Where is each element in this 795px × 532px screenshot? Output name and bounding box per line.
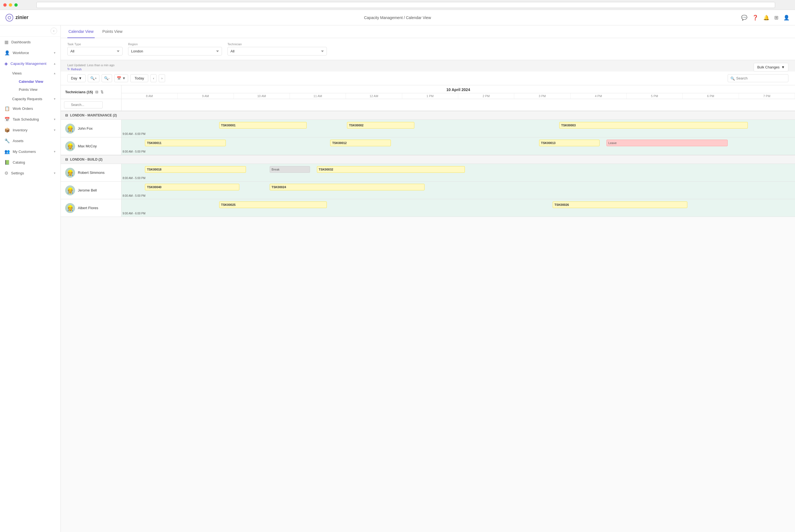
task-block[interactable]: TSK00032 [317, 166, 465, 173]
today-button[interactable]: Today [130, 74, 148, 82]
task-block[interactable]: TSK00040 [145, 184, 239, 190]
task-type-select[interactable]: All [67, 47, 123, 55]
region-select[interactable]: London [128, 47, 222, 55]
filter-icon[interactable]: ⊟ [95, 90, 98, 94]
sidebar-item-workforce[interactable]: 👤 Workforce ▼ [0, 48, 60, 58]
sidebar-item-dashboards[interactable]: ▦ Dashboards [0, 37, 60, 48]
sidebar-item-inventory[interactable]: 📦 Inventory ▼ [0, 125, 60, 135]
sidebar-item-points-view[interactable]: Points View [17, 86, 60, 94]
refresh-label: Refresh [71, 68, 82, 71]
tech-search-wrap: 🔍 [64, 101, 103, 109]
task-scheduling-icon: 📅 [4, 117, 10, 122]
task-block[interactable]: TSK00024 [270, 184, 425, 190]
url-bar[interactable] [36, 2, 775, 8]
logo-text: zinier [16, 15, 29, 20]
calendar-search-input[interactable] [728, 74, 788, 82]
group-row: ⊟ LONDON - MAINTENANCE (2) [61, 111, 795, 120]
avatar: 👷 [65, 168, 75, 178]
task-block[interactable]: TSK00001 [219, 122, 307, 129]
task-block[interactable]: Break [270, 166, 310, 173]
tech-row-right: 9:00 AM - 6:00 PMTSK00025TSK00026 [122, 199, 795, 217]
logo[interactable]: zinier [5, 14, 29, 21]
time-slot: 7 PM [739, 93, 795, 99]
avatar: 👷 [65, 186, 75, 195]
capacity-sub-menu: Views ▲ Calendar View Points View Capaci… [0, 69, 60, 103]
main-layout: ‹ ▦ Dashboards 👤 Workforce ▼ ◈ Capacity … [0, 25, 795, 532]
group-collapse-icon[interactable]: ⊟ [65, 157, 68, 162]
sidebar-item-catalog[interactable]: 📗 Catalog [0, 157, 60, 168]
zoom-out-button[interactable]: 🔍- [101, 74, 112, 82]
task-block[interactable]: TSK00012 [330, 140, 391, 146]
tech-row-right: 9:00 AM - 6:00 PMTSK00001TSK00002TSK0000… [122, 120, 795, 137]
help-icon[interactable]: ❓ [752, 15, 758, 21]
region-filter-group: Region London [128, 42, 222, 55]
sidebar-item-capacity-requests[interactable]: Capacity Requests ▼ [12, 95, 60, 103]
avatar: 👷 [65, 124, 75, 134]
tech-row-left: 👷 Robert Simmons [61, 164, 122, 182]
sidebar-item-settings[interactable]: ⚙ Settings ▼ [0, 168, 60, 178]
tab-points-view[interactable]: Points View [101, 25, 124, 38]
sidebar-label-work-orders: Work Orders [13, 107, 33, 111]
apps-icon[interactable]: ⊞ [774, 15, 778, 21]
catalog-icon: 📗 [4, 160, 10, 165]
sidebar-label-assets: Assets [13, 139, 23, 143]
task-block[interactable]: TSK00011 [145, 140, 226, 146]
filters-bar: Task Type All Region London Technician A… [61, 38, 795, 60]
task-block[interactable]: TSK00025 [219, 202, 327, 208]
bulk-changes-button[interactable]: Bulk Changes ▼ [754, 63, 788, 72]
bulk-changes-chevron: ▼ [781, 65, 785, 69]
sidebar-item-my-customers[interactable]: 👥 My Customers ▼ [0, 146, 60, 157]
settings-chevron: ▼ [53, 172, 56, 175]
sidebar-item-capacity[interactable]: ◈ Capacity Management ▲ [0, 58, 60, 69]
task-block[interactable]: TSK00002 [347, 122, 414, 129]
group-collapse-icon[interactable]: ⊟ [65, 113, 68, 117]
zoom-in-button[interactable]: 🔍+ [88, 74, 99, 82]
technician-select[interactable]: All [227, 47, 327, 55]
close-button[interactable] [3, 3, 7, 7]
tech-row-left: 👷 Jerome Bell [61, 182, 122, 199]
sidebar-item-views[interactable]: Views ▲ [12, 69, 60, 78]
chat-icon[interactable]: 💬 [741, 15, 747, 21]
calendar-search-wrap: 🔍 [728, 74, 788, 82]
day-view-button[interactable]: Day ▼ [67, 74, 86, 82]
sidebar: ‹ ▦ Dashboards 👤 Workforce ▼ ◈ Capacity … [0, 25, 61, 532]
logo-icon [5, 14, 13, 21]
task-block[interactable]: TSK00003 [559, 122, 748, 129]
task-type-filter-group: Task Type All [67, 42, 123, 55]
refresh-link[interactable]: ↻ Refresh [67, 67, 114, 71]
task-block[interactable]: TSK00013 [539, 140, 600, 146]
sidebar-label-dashboards: Dashboards [11, 40, 31, 44]
next-button[interactable]: › [159, 74, 165, 82]
user-icon[interactable]: 👤 [783, 15, 790, 21]
prev-button[interactable]: ‹ [150, 74, 156, 82]
sidebar-item-calendar-view[interactable]: Calendar View [17, 78, 60, 86]
minimize-button[interactable] [9, 3, 12, 7]
task-block[interactable]: Leave [607, 140, 728, 146]
tech-search-input[interactable] [64, 101, 103, 109]
sidebar-item-assets[interactable]: 🔧 Assets [0, 135, 60, 146]
sidebar-collapse-button[interactable]: ‹ [51, 27, 57, 34]
swap-icon[interactable]: ⇅ [100, 90, 104, 94]
calendar-body: ⊟ LONDON - MAINTENANCE (2) 👷 John Fox 9:… [61, 111, 795, 532]
sidebar-label-capacity: Capacity Management [11, 61, 47, 66]
task-block[interactable]: TSK00018 [145, 166, 246, 173]
work-orders-icon: 📋 [4, 106, 10, 111]
maximize-button[interactable] [14, 3, 18, 7]
capacity-requests-chevron: ▼ [53, 97, 56, 100]
tab-calendar-view[interactable]: Calendar View [67, 25, 95, 38]
workforce-chevron: ▼ [53, 51, 56, 54]
tech-name: Robert Simmons [78, 171, 105, 175]
content-area: Calendar View Points View Task Type All … [61, 25, 795, 532]
tech-row-left: 👷 Max McCoy [61, 137, 122, 155]
task-block[interactable]: TSK00026 [553, 202, 687, 208]
day-chevron: ▼ [78, 76, 82, 80]
notifications-icon[interactable]: 🔔 [763, 15, 769, 21]
shift-time-label: 8:00 AM - 5:00 PM [123, 150, 146, 153]
inventory-icon: 📦 [4, 128, 10, 133]
shift-time-label: 9:00 AM - 6:00 PM [123, 212, 146, 215]
sidebar-item-work-orders[interactable]: 📋 Work Orders [0, 103, 60, 114]
calendar-picker-button[interactable]: 📅 ▼ [114, 74, 128, 82]
sidebar-item-task-scheduling[interactable]: 📅 Task Scheduling ▼ [0, 114, 60, 125]
info-bar: Last Updated: Less than a min ago ↻ Refr… [61, 60, 795, 72]
sidebar-label-settings: Settings [11, 171, 24, 175]
